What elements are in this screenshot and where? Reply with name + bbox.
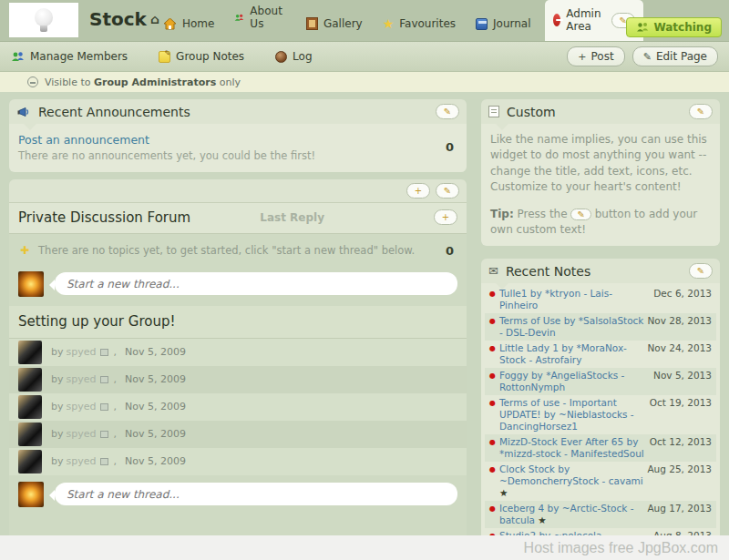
topic-date: Nov 5, 2009 — [125, 373, 186, 385]
note-date: Oct 12, 2013 — [646, 436, 712, 448]
note-row[interactable]: ● Studio2 by ~polocola - ROSASINMAS Aug … — [485, 528, 716, 535]
note-date: Nov 5, 2013 — [646, 370, 712, 382]
note-link[interactable]: Tulle1 by *ktryon - Lais-Pinheiro — [499, 288, 646, 311]
unread-dot-icon: ● — [489, 397, 499, 409]
note-link[interactable]: Terms of Use by *SalsolaStock - DSL-Devi… — [499, 315, 646, 339]
footer-text[interactable]: Host images free JpgBox.com — [524, 540, 718, 556]
edit-page-label: Edit Page — [656, 50, 707, 63]
deviant-symbol-icon — [100, 349, 108, 356]
deviant-symbol-icon — [100, 458, 108, 465]
topic-row[interactable]: by spyed , Nov 5, 2009 — [9, 339, 467, 366]
nav-item-journal[interactable]: Journal — [466, 17, 541, 41]
nav-label: Admin Area — [566, 7, 606, 33]
topic-author[interactable]: spyed — [67, 373, 97, 385]
post-button[interactable]: + Post — [567, 46, 624, 66]
nav-label: Home — [182, 17, 214, 30]
edit-forum-widget-button[interactable]: ✎ — [436, 183, 459, 199]
topic-author[interactable]: spyed — [67, 455, 97, 467]
topic-date: Nov 5, 2009 — [125, 455, 186, 467]
restricted-icon — [27, 76, 38, 87]
people-icon — [234, 12, 244, 24]
note-link[interactable]: MizzD-Stock Ever After 65 by *mizzd-stoc… — [499, 436, 646, 460]
note-date: Oct 19, 2013 — [646, 397, 712, 409]
new-thread-button[interactable]: + — [434, 209, 457, 225]
note-date: Nov 28, 2013 — [646, 315, 712, 327]
custom-body: Like the name implies, you can use this … — [481, 124, 720, 246]
main-nav: Home About Us Gallery ★ Favourites Journ… — [153, 0, 638, 41]
note-link[interactable]: Little Lady 1 by *MoraNox-Stock - Astrof… — [499, 342, 646, 366]
toolbar-actions: + Post ✎ Edit Page — [567, 46, 718, 66]
journal-icon — [476, 18, 488, 30]
new-thread-row — [9, 265, 467, 306]
spyed-avatar — [18, 395, 42, 419]
note-link[interactable]: Terms of use - Important UPDATE! by ~Nie… — [499, 397, 646, 433]
note-row[interactable]: ● Little Lady 1 by *MoraNox-Stock - Astr… — [485, 341, 716, 368]
note-date: Nov 24, 2013 — [646, 342, 712, 354]
nav-item-home[interactable]: Home — [153, 17, 224, 41]
topic-author[interactable]: spyed — [67, 428, 97, 440]
forum-empty-text: There are no topics yet, to get started,… — [38, 244, 415, 257]
note-row[interactable]: ● Terms of Use by *SalsolaStock - DSL-De… — [485, 313, 716, 341]
edit-announcements-button[interactable]: ✎ — [436, 104, 459, 119]
topic-meta: by spyed , Nov 5, 2009 — [51, 455, 186, 467]
note-link[interactable]: Iceberg 4 by ~Arctic-Stock - batcula ★ — [499, 503, 646, 526]
home-icon — [163, 18, 177, 30]
post-announcement-link[interactable]: Post an announcement — [18, 132, 315, 148]
no-entry-icon — [553, 14, 561, 26]
edit-notes-button[interactable]: ✎ — [689, 263, 713, 279]
announcements-text: Post an announcement There are no announ… — [18, 132, 315, 164]
nav-item-gallery[interactable]: Gallery — [296, 17, 373, 41]
forum-title: Private Discussion Forum — [18, 209, 190, 226]
forum-widget: + ✎ Private Discussion Forum Last Reply … — [9, 179, 467, 535]
content-area: Recent Announcements ✎ Post an announcem… — [0, 92, 729, 535]
topic-row[interactable]: by spyed , Nov 5, 2009 — [9, 366, 467, 393]
nav-item-favourites[interactable]: ★ Favourites — [373, 17, 466, 41]
topic-row[interactable]: by spyed , Nov 5, 2009 — [9, 448, 467, 475]
start-thread-input[interactable] — [55, 272, 457, 295]
topic-row[interactable]: by spyed , Nov 5, 2009 — [9, 393, 467, 421]
nav-label: About Us — [250, 5, 286, 30]
tool-label: Group Notes — [176, 50, 244, 63]
group-logo[interactable] — [9, 3, 78, 37]
site-header: Stock ⌂ Home About Us Gallery ★ Favourit… — [0, 0, 729, 41]
tool-label: Manage Members — [30, 50, 128, 63]
note-row[interactable]: ● Terms of use - Important UPDATE! by ~N… — [485, 395, 716, 434]
log-button[interactable]: Log — [275, 50, 312, 63]
nav-item-about-us[interactable]: About Us — [224, 5, 295, 41]
watching-button[interactable]: Watching — [626, 17, 722, 37]
note-row[interactable]: ● Iceberg 4 by ~Arctic-Stock - batcula ★… — [485, 501, 716, 528]
note-row[interactable]: ● Tulle1 by *ktryon - Lais-Pinheiro Dec … — [485, 286, 716, 313]
manage-members-button[interactable]: Manage Members — [11, 50, 128, 63]
lightbulb-logo-icon — [35, 8, 53, 26]
topic-author[interactable]: spyed — [67, 346, 97, 358]
forum-widget-controls: + ✎ — [9, 179, 467, 203]
topic-author[interactable]: spyed — [67, 401, 97, 412]
group-notes-button[interactable]: Group Notes — [159, 50, 244, 63]
note-link[interactable]: Foggy by *AngeliaStocks - RottonNymph — [499, 370, 646, 393]
spyed-avatar — [18, 368, 42, 392]
add-widget-button[interactable]: + — [406, 183, 430, 199]
announcements-body: Post an announcement There are no announ… — [9, 124, 467, 172]
notes-title: Recent Notes — [506, 264, 590, 279]
topic-date: Nov 5, 2009 — [125, 401, 186, 412]
forum-count: 0 — [446, 244, 457, 258]
start-thread-input-bottom[interactable] — [55, 483, 457, 505]
spyed-avatar — [18, 450, 42, 473]
edit-custom-button[interactable]: ✎ — [689, 104, 713, 119]
custom-title: Custom — [507, 105, 556, 119]
forum-section-title: Setting up your Group! — [9, 306, 467, 339]
notes-header: ✉ Recent Notes ✎ — [481, 259, 720, 283]
note-row[interactable]: ● Foggy by *AngeliaStocks - RottonNymph … — [485, 368, 716, 395]
sparkle-icon: ✚ — [20, 245, 29, 256]
post-label: Post — [591, 50, 614, 63]
page-title: Stock ⌂ — [89, 8, 159, 30]
topic-meta: by spyed , Nov 5, 2009 — [51, 428, 186, 440]
megaphone-icon — [16, 106, 31, 118]
deviant-symbol-icon — [100, 403, 108, 411]
note-row[interactable]: ● MizzD-Stock Ever After 65 by *mizzd-st… — [485, 434, 716, 462]
edit-page-button[interactable]: ✎ Edit Page — [632, 46, 718, 66]
note-link[interactable]: Clock Stock by ~DemoncherryStock - cavam… — [499, 463, 646, 499]
deviant-symbol-icon — [100, 431, 108, 438]
topic-row[interactable]: by spyed , Nov 5, 2009 — [9, 421, 467, 448]
note-row[interactable]: ● Clock Stock by ~DemoncherryStock - cav… — [485, 462, 716, 501]
